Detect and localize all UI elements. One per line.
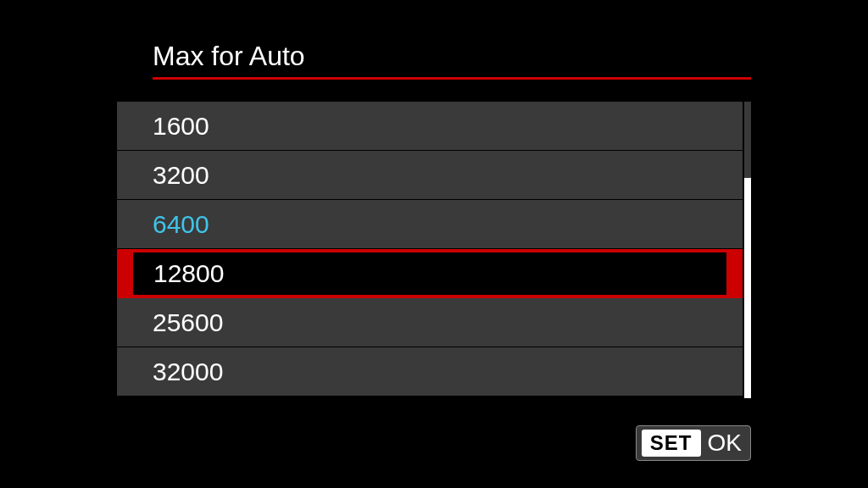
list-item-label: 12800 [132, 252, 727, 296]
list-item[interactable]: 3200 [117, 151, 743, 200]
list-item[interactable]: 32000 [117, 347, 743, 396]
page-header: Max for Auto [153, 41, 751, 80]
iso-list: 1600 3200 6400 12800 25600 32000 [117, 102, 751, 398]
scrollbar-thumb[interactable] [744, 178, 751, 398]
list-item[interactable]: 6400 [117, 200, 743, 249]
list-item[interactable]: 25600 [117, 298, 743, 347]
iso-list-items: 1600 3200 6400 12800 25600 32000 [117, 102, 743, 398]
set-button-badge[interactable]: SET [642, 430, 701, 457]
page-title: Max for Auto [153, 41, 751, 77]
scrollbar-track[interactable] [744, 102, 751, 398]
title-underline [153, 77, 751, 80]
list-item[interactable]: 1600 [117, 102, 743, 151]
footer-hint: SET OK [636, 425, 751, 461]
ok-label: OK [708, 430, 742, 457]
list-item[interactable]: 12800 [117, 249, 743, 298]
